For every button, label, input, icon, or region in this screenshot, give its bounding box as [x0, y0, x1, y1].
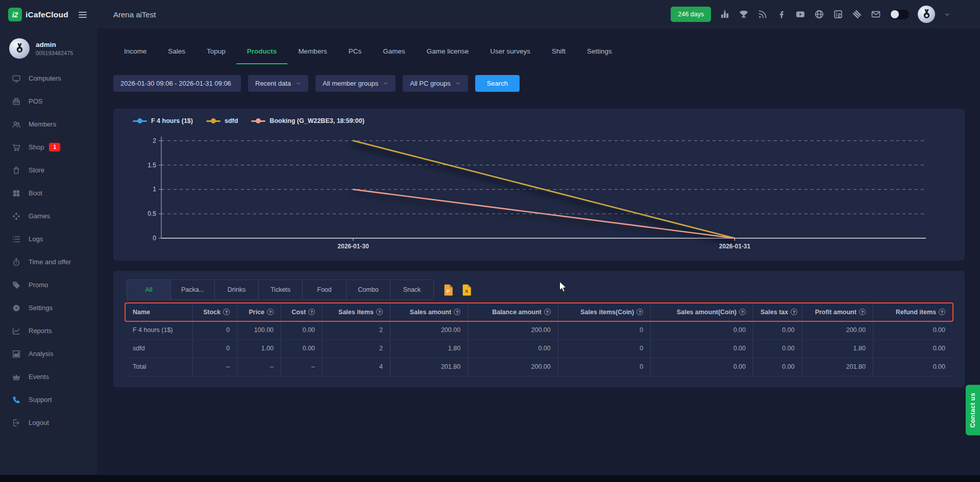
excel-file-icon[interactable]: X	[462, 284, 472, 296]
mail-icon[interactable]	[871, 9, 881, 19]
column-header-sales-items: Sales items?	[323, 303, 390, 321]
help-icon[interactable]: ?	[939, 309, 945, 315]
sidebar-item-label: Games	[29, 212, 50, 220]
help-icon[interactable]: ?	[791, 309, 797, 315]
legend-item-sdfd[interactable]: sdfd	[206, 117, 238, 124]
subscription-days-badge[interactable]: 246 days	[671, 7, 711, 22]
sidebar-item-time-and-offer[interactable]: Time and offer	[0, 250, 97, 273]
tab-topup[interactable]: Topup	[196, 47, 236, 64]
help-icon[interactable]: ?	[223, 309, 230, 315]
notification-badge: 1	[49, 143, 60, 151]
sidebar-item-computers[interactable]: Computers	[0, 67, 97, 90]
theme-toggle[interactable]	[890, 10, 909, 19]
chevron-down-icon	[455, 81, 461, 86]
data-mode-select[interactable]: Recent data	[248, 75, 308, 92]
tab-products[interactable]: Products	[236, 47, 288, 64]
category-tab-drinks[interactable]: Drinks	[214, 280, 258, 300]
sidebar-item-store[interactable]: Store	[0, 159, 97, 182]
date-range-input[interactable]: 2026-01-30 09:06 - 2026-01-31 09:06	[113, 75, 241, 92]
sidebar-item-reports[interactable]: Reports	[0, 319, 97, 342]
tab-shift[interactable]: Shift	[541, 47, 576, 64]
sidebar-item-label: Promo	[29, 281, 48, 289]
sidebar-item-events[interactable]: Events	[0, 365, 97, 388]
analysis-icon	[12, 349, 21, 359]
logout-icon	[12, 418, 21, 427]
sidebar-item-pos[interactable]: POS	[0, 90, 97, 113]
sidebar-item-promo[interactable]: Promo	[0, 273, 97, 296]
sidebar-item-shop[interactable]: Shop1	[0, 136, 97, 159]
cell-value: 0.00	[753, 358, 802, 376]
help-icon[interactable]: ?	[544, 309, 551, 315]
help-icon[interactable]: ?	[454, 309, 460, 315]
legend-item-f-4-hours-1[interactable]: F 4 hours (1$)	[133, 117, 193, 124]
product-name: sdfd	[126, 339, 192, 358]
category-tab-packa[interactable]: Packa...	[170, 280, 214, 300]
sidebar-item-label: Time and offer	[29, 258, 71, 266]
sidebar-item-label: Events	[29, 373, 49, 380]
sidebar-item-label: Computers	[29, 74, 61, 82]
column-header-sales-amount: Sales amount?	[390, 303, 468, 321]
category-tab-combo[interactable]: Combo	[346, 280, 390, 300]
icafecloud-logo[interactable]: i2 iCafeCloud	[8, 8, 68, 21]
youtube-icon[interactable]	[795, 9, 805, 19]
gear-icon	[12, 303, 21, 313]
trophy-icon[interactable]	[739, 9, 749, 19]
column-header-sales-tax: Sales tax?	[753, 303, 802, 321]
tab-games[interactable]: Games	[372, 47, 416, 64]
facebook-icon[interactable]	[776, 9, 787, 19]
reports-icon	[12, 326, 21, 336]
legend-marker	[251, 118, 265, 123]
sidebar-item-analysis[interactable]: Analysis	[0, 342, 97, 365]
tab-pcs[interactable]: PCs	[338, 47, 373, 64]
layers-icon[interactable]	[852, 9, 862, 19]
user-profile[interactable]: admin 005193482475	[0, 29, 97, 59]
cell-value: 1.00	[237, 339, 281, 358]
contact-us-button[interactable]: Contact us	[966, 385, 980, 436]
ranking-icon[interactable]	[720, 9, 730, 19]
tab-game-license[interactable]: Game license	[416, 47, 480, 64]
icafecloud-icon[interactable]	[833, 9, 843, 19]
chevron-down-icon[interactable]	[944, 11, 950, 18]
cell-value: 0.00	[281, 321, 323, 339]
sidebar-item-settings[interactable]: Settings	[0, 296, 97, 319]
sidebar: i2 iCafeCloud admin 005193482475 Compute…	[0, 0, 97, 475]
help-icon[interactable]: ?	[308, 309, 315, 315]
cell-value: 201.80	[802, 358, 873, 376]
monitor-icon	[12, 74, 21, 83]
tab-settings[interactable]: Settings	[576, 47, 623, 64]
tab-sales[interactable]: Sales	[157, 47, 196, 64]
help-icon[interactable]: ?	[859, 309, 866, 315]
rss-icon[interactable]	[757, 9, 768, 19]
sidebar-item-support[interactable]: Support	[0, 388, 97, 411]
search-button[interactable]: Search	[475, 75, 520, 92]
category-tab-food[interactable]: Food	[302, 280, 346, 300]
help-icon[interactable]: ?	[376, 309, 383, 315]
pc-group-select[interactable]: All PC groups	[403, 75, 468, 92]
member-group-select[interactable]: All member groups	[315, 75, 396, 92]
sidebar-item-logs[interactable]: Logs	[0, 227, 97, 250]
tab-user-surveys[interactable]: User surveys	[479, 47, 541, 64]
category-tab-all[interactable]: All	[127, 280, 170, 300]
globe-icon[interactable]	[814, 9, 824, 19]
sidebar-item-games[interactable]: Games	[0, 205, 97, 227]
help-icon[interactable]: ?	[739, 309, 746, 315]
category-tab-tickets[interactable]: Tickets	[258, 280, 302, 300]
tab-income[interactable]: Income	[113, 47, 157, 64]
legend-item-booking-g-w22be3-18-59-00[interactable]: Booking (G_W22BE3, 18:59:00)	[251, 117, 364, 124]
pdf-file-icon[interactable]: P	[444, 284, 453, 296]
sidebar-item-boot[interactable]: Boot	[0, 182, 97, 205]
help-icon[interactable]: ?	[636, 309, 643, 315]
column-header-sales-amount-coin: Sales amount(Coin)?	[651, 303, 753, 321]
topbar-avatar[interactable]	[918, 6, 935, 23]
category-tab-snack[interactable]: Snack	[390, 280, 434, 300]
help-icon[interactable]: ?	[267, 309, 274, 315]
svg-text:2: 2	[153, 137, 156, 144]
user-name: admin	[36, 41, 73, 48]
cell-value: 100.00	[237, 321, 281, 339]
menu-toggle-icon[interactable]	[77, 10, 89, 20]
sidebar-item-logout[interactable]: Logout	[0, 411, 97, 434]
bottom-bar	[0, 475, 980, 482]
cell-value: 4	[323, 358, 390, 376]
sidebar-item-members[interactable]: Members	[0, 113, 97, 136]
tab-members[interactable]: Members	[287, 47, 337, 64]
